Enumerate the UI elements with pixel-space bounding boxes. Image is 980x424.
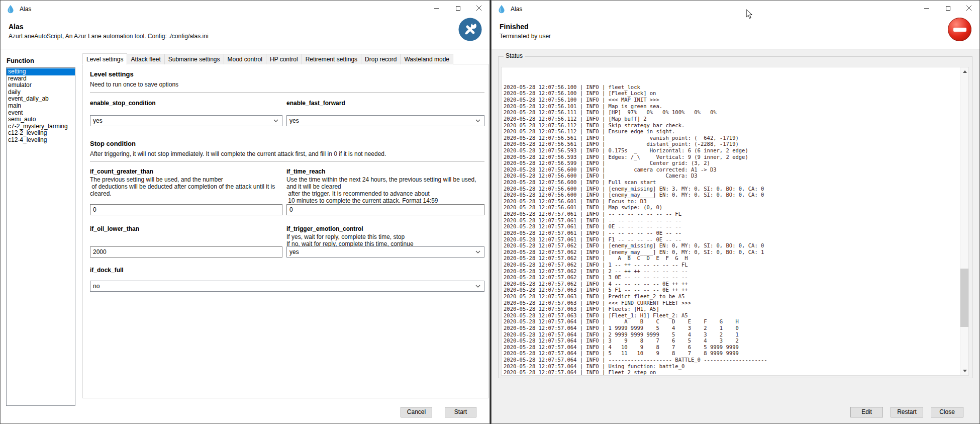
close-window-button[interactable]: Close — [931, 407, 963, 417]
settings-tabbar: Level settings Attack fleet Submarine se… — [82, 53, 453, 64]
tab[interactable]: HP control — [266, 54, 302, 64]
desc-if-count-greater-than: The previous setting will be used, and t… — [90, 176, 282, 197]
log-line: 2020-05-28 12:07:57.063 | INFO | <<< FIN… — [504, 300, 958, 306]
sidebar-item[interactable]: semi_auto — [7, 116, 75, 123]
combo-enable-fast-forward[interactable]: yes — [286, 115, 484, 126]
arrow-up-icon — [963, 70, 967, 73]
input-if-time-reach[interactable] — [286, 204, 484, 215]
settings-window: Alas Alas AzurLaneAutoScript, An Azur La… — [0, 0, 490, 424]
log-line: 2020-05-28 12:07:57.061 | INFO | -- -- -… — [504, 211, 958, 217]
sidebar-item[interactable]: main — [7, 103, 75, 110]
minimize-button[interactable] — [916, 1, 937, 16]
start-button[interactable]: Start — [445, 407, 476, 417]
label-enable-fast-forward: enable_fast_forward — [286, 100, 345, 107]
sidebar-item[interactable]: c7-2_mystery_farming — [7, 123, 75, 130]
sidebar-item[interactable]: c12-2_leveling — [7, 130, 75, 137]
close-button[interactable] — [468, 1, 489, 16]
maximize-button[interactable] — [937, 1, 958, 16]
cancel-button[interactable]: Cancel — [401, 407, 432, 417]
log-scrollbar[interactable] — [960, 67, 968, 375]
maximize-icon — [456, 6, 460, 11]
close-button[interactable] — [958, 1, 979, 16]
tab[interactable]: Wasteland mode — [400, 54, 453, 64]
combo-if-dock-full[interactable]: no — [90, 281, 484, 292]
tab[interactable]: Submarine settings — [164, 54, 224, 64]
label-if-oil-lower-than: if_oil_lower_than — [90, 225, 139, 232]
input-if-count-greater-than[interactable] — [90, 204, 282, 215]
app-icon — [497, 5, 506, 14]
close-icon — [966, 6, 971, 11]
tab[interactable]: Attack fleet — [127, 54, 164, 64]
sidebar-item[interactable]: daily — [7, 89, 75, 96]
input-if-oil-lower-than[interactable] — [90, 246, 282, 258]
combo-value: no — [93, 283, 100, 290]
log-line: 2020-05-28 12:07:56.601 | INFO | Focus t… — [504, 198, 958, 205]
log-line: 2020-05-28 12:07:57.061 | INFO | F1 -- -… — [504, 236, 958, 243]
chevron-down-icon — [475, 119, 481, 122]
log-line: 2020-05-28 12:07:56.100 | INFO | <<< MAP… — [504, 97, 958, 103]
combo-enable-stop-condition[interactable]: yes — [90, 115, 282, 126]
label-if-count-greater-than: if_count_greater_than — [90, 168, 153, 175]
log-line: 2020-05-28 12:07:57.061 | INFO | -- -- -… — [504, 217, 958, 224]
minimize-icon — [924, 8, 929, 9]
scroll-up-button[interactable] — [960, 67, 969, 76]
log-line: 2020-05-28 12:07:56.600 | INFO | [enemy_… — [504, 192, 958, 198]
log-line: 2020-05-28 12:07:57.061 | INFO | -- -- -… — [504, 230, 958, 236]
maximize-icon — [946, 6, 950, 11]
log-area[interactable]: 2020-05-28 12:07:56.100 | INFO | fleet_l… — [501, 67, 969, 376]
chevron-down-icon — [475, 285, 481, 288]
log-line: 2020-05-28 12:07:57.064 | INFO | 3 9 8 7… — [504, 337, 958, 344]
divider — [90, 93, 484, 93]
scroll-down-button[interactable] — [960, 367, 969, 375]
combo-value: yes — [289, 248, 299, 256]
close-icon — [476, 6, 481, 11]
log-line: 2020-05-28 12:07:57.062 | INFO | A B C D… — [504, 255, 958, 262]
minimize-button[interactable] — [426, 1, 447, 16]
label-if-trigger-emotion-control: if_trigger_emotion_control — [286, 225, 363, 232]
log-line: 2020-05-28 12:07:56.112 | INFO | Ensure … — [504, 128, 958, 135]
section-desc-level-settings: Need to run once to save options — [90, 81, 178, 88]
sidebar-item[interactable]: event — [7, 110, 75, 117]
log-line: 2020-05-28 12:07:56.593 | INFO | Edges: … — [504, 154, 958, 160]
tab[interactable]: Retirement settings — [302, 54, 361, 64]
log-line: 2020-05-28 12:07:56.111 | INFO | [HP] 97… — [504, 109, 958, 116]
combo-value: yes — [93, 117, 103, 124]
maximize-button[interactable] — [447, 1, 468, 16]
combo-if-trigger-emotion-control[interactable]: yes — [286, 246, 484, 258]
sidebar-item[interactable]: setting — [7, 68, 75, 75]
sidebar-item[interactable]: emulator — [7, 82, 75, 89]
tab[interactable]: Level settings — [82, 53, 127, 65]
label-if-dock-full: if_dock_full — [90, 267, 124, 274]
function-listbox[interactable]: setting reward emulator daily event_dail… — [6, 67, 75, 406]
log-line: 2020-05-28 12:07:57.064 | INFO | Fleet 2… — [504, 369, 958, 376]
log-line: 2020-05-28 12:07:56.599 | INFO | Center … — [504, 160, 958, 166]
log-line: 2020-05-28 12:07:57.062 | INFO | 2 -- ++… — [504, 268, 958, 275]
sidebar-item[interactable]: c12-4_leveling — [7, 137, 75, 144]
log-line: 2020-05-28 12:07:57.062 | INFO | [enemy_… — [504, 249, 958, 256]
scrollbar-thumb[interactable] — [960, 269, 969, 327]
desc-if-trigger-emotion-control: If yes, wait for reply, complete this ti… — [286, 233, 484, 247]
log-line: 2020-05-28 12:07:57.063 | INFO | [Fleet_… — [504, 312, 958, 319]
level-settings-panel: Level settings Need to run once to save … — [82, 64, 488, 398]
divider — [90, 161, 484, 161]
tab[interactable]: Mood control — [224, 54, 266, 64]
log-line: 2020-05-28 12:07:57.064 | INFO | 5 11 10… — [504, 350, 958, 357]
restart-button[interactable]: Restart — [891, 407, 923, 417]
sidebar-item[interactable]: reward — [7, 75, 75, 82]
status-title: Finished — [500, 23, 529, 31]
log-line: 2020-05-28 12:07:57.063 | INFO | 5 F1 --… — [504, 287, 958, 293]
page-title: Alas — [9, 23, 24, 31]
edit-button[interactable]: Edit — [850, 407, 883, 417]
status-window: Alas Finished Terminated by user Status … — [491, 0, 980, 424]
log-line: 2020-05-28 12:07:56.112 | INFO | [Map_bu… — [504, 116, 958, 122]
sidebar-item[interactable]: event_daily_ab — [7, 96, 75, 103]
section-heading-stop-condition: Stop condition — [90, 140, 136, 147]
tab[interactable]: Drop record — [361, 54, 401, 64]
header-divider — [1, 49, 489, 49]
page-subtitle: AzurLaneAutoScript, An Azur Lane automat… — [9, 33, 209, 40]
log-line: 2020-05-28 12:07:56.561 | INFO | vanish_… — [504, 135, 958, 141]
log-line: 2020-05-28 12:07:56.100 | INFO | fleet_l… — [504, 84, 958, 91]
log-line: 2020-05-28 12:07:57.062 | INFO | [enemy_… — [504, 242, 958, 249]
status-body: Status 2020-05-28 12:07:56.100 | INFO | … — [492, 49, 979, 423]
log-line: 2020-05-28 12:07:57.064 | INFO | A B C D… — [504, 318, 958, 325]
